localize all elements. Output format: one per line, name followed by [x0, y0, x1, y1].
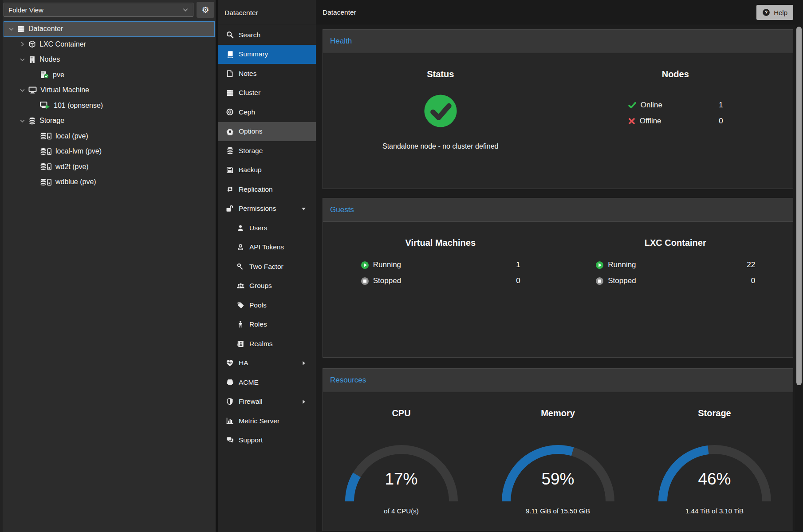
vertical-scrollbar[interactable] — [795, 25, 803, 532]
chevron-down-icon[interactable] — [20, 57, 28, 63]
tree-item[interactable]: wd2t (pve) — [4, 159, 215, 175]
tree-item-label: wd2t (pve) — [55, 163, 89, 171]
guests-panel-header: Guests — [323, 198, 793, 222]
nav-item-storage[interactable]: Storage — [218, 141, 316, 161]
server-stack-icon — [17, 25, 25, 33]
info-row-label: Online — [641, 101, 662, 110]
scrollbar-thumb[interactable] — [796, 27, 802, 385]
tree-item-label: local (pve) — [55, 132, 88, 140]
nav-item-backup[interactable]: Backup — [218, 161, 316, 180]
database-icon — [28, 117, 36, 125]
caret-down-icon — [301, 206, 306, 211]
building-check-icon — [40, 71, 49, 79]
address-book-icon — [235, 340, 246, 347]
chevron-right-icon[interactable] — [20, 41, 28, 47]
nav-item-support[interactable]: Support — [218, 431, 316, 450]
nav-item-cluster[interactable]: Cluster — [218, 83, 316, 103]
view-selector-dropdown[interactable]: Folder View — [4, 3, 193, 17]
resources-panel-header: Resources — [323, 369, 793, 392]
nodes-title: Nodes — [558, 69, 793, 79]
desktop-icon — [28, 87, 37, 94]
nav-item-search[interactable]: Search — [218, 25, 316, 45]
tree-settings-button[interactable]: ⚙ — [197, 2, 214, 18]
nav-item-label: Ceph — [239, 108, 255, 116]
tree-item[interactable]: wdblue (pve) — [4, 174, 215, 190]
info-row: Running 22 — [595, 260, 755, 269]
nav-item-acme[interactable]: ACME — [218, 373, 316, 392]
chevron-down-icon[interactable] — [20, 118, 28, 124]
tree-item[interactable]: Datacenter — [4, 21, 215, 37]
nav-item-ha[interactable]: HA — [218, 354, 316, 373]
nav-item-groups[interactable]: Groups — [218, 276, 316, 296]
nav-item-api-tokens[interactable]: API Tokens — [218, 238, 316, 257]
nav-item-two-factor[interactable]: Two Factor — [218, 257, 316, 276]
nav-item-label: Realms — [249, 340, 273, 348]
memory-gauge: 59% — [498, 442, 618, 506]
nav-item-replication[interactable]: Replication — [218, 180, 316, 199]
person-icon — [235, 321, 246, 328]
tree-item[interactable]: Storage — [4, 113, 215, 129]
nav-item-metric-server[interactable]: Metric Server — [218, 411, 316, 431]
nav-item-roles[interactable]: Roles — [218, 315, 316, 335]
guests-rows: Running 22 Stopped 0 — [595, 260, 755, 285]
nav-item-permissions[interactable]: Permissions — [218, 199, 316, 219]
play-circle-icon — [595, 261, 604, 269]
gauge-detail: of 4 CPU(s) — [323, 507, 480, 515]
caret-right-icon — [301, 399, 306, 404]
floppy-icon — [224, 166, 235, 173]
nav-item-ceph[interactable]: Ceph — [218, 102, 316, 122]
info-row: Running 1 — [361, 260, 520, 269]
nav-item-label: Search — [239, 31, 260, 39]
nav-item-label: Roles — [249, 320, 267, 328]
tree-item[interactable]: LXC Container — [4, 37, 215, 52]
shield-icon — [224, 398, 235, 405]
gauge-detail: 9.11 GiB of 15.50 GiB — [480, 507, 636, 515]
nav-item-label: Metric Server — [239, 417, 279, 425]
info-row-label: Offline — [640, 117, 661, 126]
tree-item-label: Storage — [39, 117, 64, 125]
info-row-value: 22 — [747, 260, 755, 269]
info-row-label: Running — [373, 260, 401, 269]
nav-item-notes[interactable]: Notes — [218, 64, 316, 83]
gauge-column: Storage 46% 1.44 TiB of 3.10 TiB — [636, 392, 793, 531]
summary-content: Health Status Standalone node - no clust… — [316, 25, 795, 532]
search-icon — [224, 31, 235, 39]
tree-toolbar: Folder View ⚙ — [3, 0, 216, 20]
tree-item[interactable]: Nodes — [4, 52, 215, 67]
chevron-down-icon[interactable] — [8, 26, 17, 32]
users-icon — [235, 282, 246, 289]
nav-item-users[interactable]: Users — [218, 218, 316, 238]
gauge-title: Memory — [480, 408, 636, 418]
tree-item[interactable]: pve — [4, 67, 215, 83]
nav-item-options[interactable]: Options — [218, 122, 316, 142]
tree-item[interactable]: Virtual Machine — [4, 83, 215, 98]
nav-item-label: Backup — [239, 166, 262, 174]
check-icon — [628, 101, 637, 110]
guests-column-title: LXC Container — [558, 238, 793, 248]
nav-item-realms[interactable]: Realms — [218, 334, 316, 354]
chevron-down-icon[interactable] — [20, 87, 28, 93]
help-button[interactable]: ? Help — [756, 5, 793, 20]
gauge-column: Memory 59% 9.11 GiB of 15.50 GiB — [480, 392, 636, 531]
tree-item[interactable]: local-lvm (pve) — [4, 144, 215, 159]
tree-item[interactable]: 101 (opnsense) — [4, 98, 215, 114]
tree-item-label: 101 (opnsense) — [54, 102, 103, 110]
status-ok-icon — [423, 94, 458, 128]
nodes-column: Nodes Online 1 Offline 0 — [558, 53, 793, 189]
gauge-column: CPU 17% of 4 CPU(s) — [323, 392, 480, 531]
nav-item-summary[interactable]: Summary — [218, 45, 316, 64]
info-row: Stopped 0 — [595, 276, 755, 285]
nav-item-pools[interactable]: Pools — [218, 296, 316, 315]
resources-panel-title: Resources — [330, 376, 366, 385]
nav-item-label: Cluster — [239, 89, 260, 97]
comments-icon — [224, 437, 235, 444]
nav-item-label: Users — [249, 224, 267, 232]
gauge-title: CPU — [323, 408, 480, 418]
gauge-detail: 1.44 TiB of 3.10 TiB — [636, 507, 793, 515]
info-row-value: 0 — [751, 276, 755, 285]
server-stack-icon — [224, 89, 235, 97]
gauge-title: Storage — [636, 408, 793, 418]
nav-item-label: HA — [239, 359, 248, 367]
nav-item-firewall[interactable]: Firewall — [218, 392, 316, 412]
tree-item[interactable]: local (pve) — [4, 129, 215, 144]
